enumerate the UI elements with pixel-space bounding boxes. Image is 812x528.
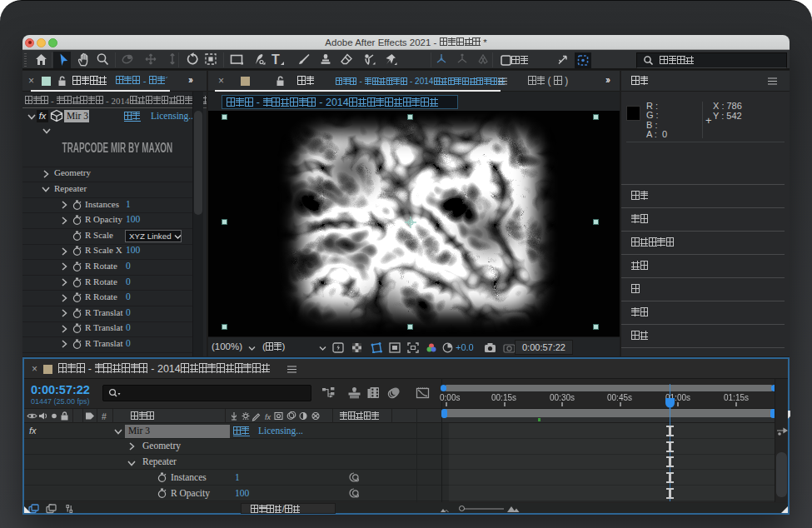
svg-text:fx: fx [265, 413, 271, 421]
